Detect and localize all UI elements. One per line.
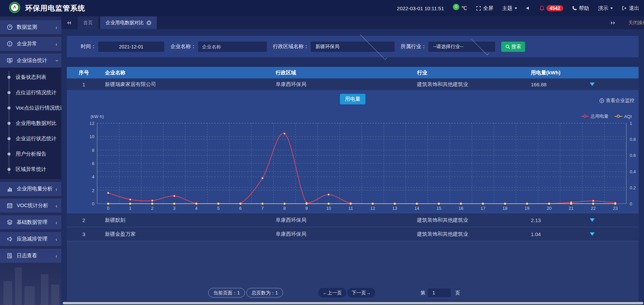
table-row: 3 新疆金盈万家 阜康西环保局 建筑装饰和其他建筑业 1.04 [67,227,639,241]
sidebar-item-0[interactable]: 数据监测 ‹ [0,20,61,34]
svg-text:8: 8 [283,206,286,211]
megaphone-icon [7,236,13,242]
row-company: 新疆默刻 [101,217,272,223]
close-operations-menu[interactable]: 关闭操作 [628,20,644,26]
row-industry: 建筑装饰和其他建筑业 [413,217,527,223]
logout-button[interactable]: 退出 [622,5,639,12]
tabs-scroll-right-button[interactable] [605,21,621,25]
sidebar-item-label: 应急减排管理 [17,236,47,242]
current-page-pill: 当前页面：1 [208,288,245,297]
svg-text:1: 1 [129,206,131,211]
sidebar-item-7[interactable]: 日志查看 ‹ [0,249,61,263]
chevron-down-icon [515,8,517,9]
svg-text:6: 6 [92,161,94,166]
jump-page-input[interactable] [427,288,451,297]
svg-text:4: 4 [195,206,198,211]
row-kwh: 2.13 [527,217,583,223]
svg-text:3: 3 [173,206,175,211]
col-header-kwh: 用电量(kWh) [527,70,583,76]
row-company: 新疆瑞豪家居有限公司 [101,81,272,88]
speaker-icon [526,6,531,11]
svg-text:0.6: 0.6 [630,153,636,158]
svg-text:(kW·h): (kW·h) [91,114,104,119]
double-arrow-right-icon [611,21,615,25]
sidebar-item-6[interactable]: 应急减排管理 ‹ [0,232,61,246]
sidebar-subitem-label: Voc点位运行情况统计 [16,105,61,111]
col-header-region: 行政区域 [272,70,413,76]
next-page-button[interactable]: 下一页→ [347,288,375,297]
sidebar-subitem-3[interactable]: 企业用电数据对比 [0,116,61,131]
svg-text:0.8: 0.8 [630,137,636,142]
table-footer-area: 当前页面：1 总页数为：1 ←上一页 下一页→ 第 页 [67,241,639,301]
sidebar-item-3[interactable]: 企业用电量分析 ‹ [0,182,61,196]
sidebar-subitem-2[interactable]: Voc点位运行情况统计 [0,100,61,116]
alert-icon [7,41,13,47]
notifications[interactable]: 4542 [539,5,563,11]
sidebar-subitem-label: 用户分析报告 [16,151,46,157]
row-index: 2 [67,217,101,223]
exit-icon [622,6,627,11]
tabs-scroll-left-button[interactable] [61,16,77,29]
sidebar-item-2[interactable]: 企业综合统计 ‹ [0,54,61,68]
horizontal-scrollbar[interactable] [63,302,643,304]
table-row: 2 新疆默刻 阜康西环保局 建筑装饰和其他建筑业 2.13 [67,213,639,227]
region-filter-label: 行政区域名称： [273,43,309,50]
chevron-icon: ‹ [56,24,57,30]
sidebar-subitem-4[interactable]: 企业运行状态统计 [0,131,61,146]
sidebar-item-1[interactable]: 企业异常 ‹ [0,37,61,51]
collapse-row-button[interactable] [590,83,595,86]
time-filter-input[interactable] [98,42,164,52]
close-tab-icon[interactable] [147,20,151,25]
search-button[interactable]: 搜索 [501,42,525,52]
svg-text:22: 22 [591,206,596,211]
sidebar-item-label: 企业综合统计 [17,57,47,64]
row-company: 新疆金盈万家 [101,231,272,237]
temperature-unit: ℃ [461,5,467,11]
prev-page-button[interactable]: ←上一页 [318,288,346,297]
jump-page-prefix: 第 [420,288,425,297]
svg-text:10: 10 [326,206,331,211]
help-button[interactable]: 帮助 [572,5,589,12]
svg-text:8: 8 [92,148,94,153]
sidebar-subitem-6[interactable]: 区域异常统计 [0,162,61,177]
table-row: 1 新疆瑞豪家居有限公司 阜康西环保局 建筑装饰和其他建筑业 166.88 [67,78,639,90]
company-name-input[interactable] [198,42,267,52]
svg-text:19: 19 [525,206,530,211]
temperature-badge: 0 [453,4,459,10]
industry-filter-label: 所属行业： [401,43,426,50]
row-kwh: 1.04 [527,231,583,237]
industry-select[interactable]: --请选择行业-- [428,42,495,52]
sidebar-subitem-5[interactable]: 用户分析报告 [0,146,61,162]
tab-home[interactable]: 首页 [78,16,98,29]
col-header-company: 企业名称 [101,70,272,76]
monitor-stats-icon [7,58,13,64]
jump-page-suffix: 页 [455,288,460,297]
sidebar-item-5[interactable]: 基础数据管理 ‹ [0,215,61,229]
svg-text:2: 2 [151,206,153,211]
chevron-icon: ‹ [56,186,57,192]
mute-button[interactable] [526,6,531,11]
region-select[interactable]: 新疆环保局 [311,42,395,52]
sidebar-submenu: 设备状态列表点位运行情况统计Voc点位运行情况统计企业用电数据对比企业运行状态统… [0,68,61,179]
svg-text:20: 20 [547,206,551,211]
expand-row-button[interactable] [590,218,595,222]
sidebar-subitem-1[interactable]: 点位运行情况统计 [0,85,61,100]
company-filter-label: 企业名称： [170,43,196,50]
sidebar-subitem-label: 企业运行状态统计 [16,135,57,142]
svg-text:9: 9 [305,206,308,211]
row-detail-chart-panel: 用电量 查看企业监控 总用电量 AQI 02468101200.20.40.60… [67,90,639,213]
sidebar-item-label: 基础数据管理 [17,219,47,226]
calendar-icon [7,203,13,209]
col-header-index: 序号 [67,70,101,76]
sidebar-subitem-0[interactable]: 设备状态列表 [0,70,61,85]
bar-chart-icon [7,186,13,192]
gauge-icon [7,24,13,30]
pagination: 当前页面：1 总页数为：1 ←上一页 下一页→ 第 页 [67,288,639,298]
theme-menu[interactable]: 主题 [502,5,517,12]
chevron-down-icon [471,37,489,55]
tab-power-data-compare[interactable]: 企业用电数据对比 [100,16,157,29]
fullscreen-button[interactable]: 全屏 [476,5,493,12]
demo-menu[interactable]: 演示 [598,5,613,12]
sidebar-item-4[interactable]: VOC统计分析 ‹ [0,199,61,213]
expand-row-button[interactable] [590,232,595,236]
